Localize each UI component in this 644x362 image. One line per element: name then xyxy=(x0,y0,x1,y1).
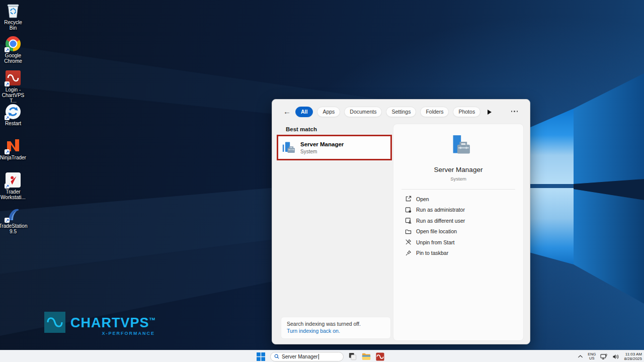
ninjatrader-icon xyxy=(5,138,21,154)
desktop-icon-ninjatrader[interactable]: NinjaTrader xyxy=(0,138,26,160)
brand-tagline: X-PERFORMANCE xyxy=(70,331,155,336)
tab-settings[interactable]: Settings xyxy=(386,107,416,117)
windows-logo-icon xyxy=(257,352,265,361)
shortcut-arrow-icon xyxy=(5,81,10,86)
action-run-as-administrator[interactable]: Run as administrator xyxy=(393,205,523,216)
desktop-icon-login-chartvps[interactable]: Login -ChartVPS T... xyxy=(0,70,26,104)
indexing-notice-text: Search indexing was turned off. xyxy=(287,321,390,327)
chartvps-wave-icon xyxy=(5,70,21,86)
date: 8/28/2025 xyxy=(624,356,642,361)
clock[interactable]: 11:03 AM 8/28/2025 xyxy=(624,352,642,361)
file-explorer-icon xyxy=(362,352,371,360)
preview-divider xyxy=(401,189,515,190)
brand-name: CHARTVPSTM xyxy=(70,312,155,330)
taskbar-search-input[interactable]: Server Manager xyxy=(270,352,344,361)
search-input-value: Server Manager xyxy=(282,354,318,359)
chartvps-wave-icon xyxy=(376,352,384,361)
shortcut-arrow-icon xyxy=(5,115,10,120)
shortcut-arrow-icon xyxy=(5,149,10,154)
preview-title: Server Manager xyxy=(393,166,523,173)
search-filter-tabs: All Apps Documents Settings Folders Phot… xyxy=(295,107,492,117)
task-view-icon xyxy=(349,352,357,360)
best-match-subtitle: System xyxy=(300,149,344,154)
folder-icon xyxy=(405,228,412,235)
tray-chevron-up-icon[interactable] xyxy=(578,354,583,358)
windows-search-panel: ← All Apps Documents Settings Folders Ph… xyxy=(272,99,530,344)
chrome-icon xyxy=(5,36,21,52)
tab-photos[interactable]: Photos xyxy=(453,107,480,117)
run-as-different-user-icon xyxy=(405,217,412,224)
more-options-icon[interactable] xyxy=(511,111,518,112)
tab-all[interactable]: All xyxy=(295,107,313,117)
text-cursor xyxy=(318,354,319,359)
chartvps-app-button[interactable] xyxy=(376,351,384,361)
chartvps-logo-icon xyxy=(44,312,65,333)
task-view-button[interactable] xyxy=(349,351,357,361)
file-explorer-button[interactable] xyxy=(362,351,371,361)
taskbar: Server Manager ENG xyxy=(0,350,644,362)
restart-icon xyxy=(5,104,21,120)
more-tabs-icon[interactable] xyxy=(488,110,492,115)
recycle-bin-icon xyxy=(5,3,21,19)
trader-workstation-icon xyxy=(5,172,21,188)
time: 11:03 AM xyxy=(624,352,642,357)
best-match-annotation-box: Server Manager System xyxy=(277,135,392,160)
network-icon[interactable] xyxy=(600,353,608,360)
start-button[interactable] xyxy=(257,351,265,361)
action-pin-to-taskbar[interactable]: Pin to taskbar xyxy=(393,248,523,259)
desktop-icon-trader-workstation[interactable]: TraderWorkstati... xyxy=(0,172,26,200)
desktop-icon-tradestation[interactable]: TradeStation9.5 xyxy=(0,206,26,234)
shortcut-arrow-icon xyxy=(5,218,10,223)
server-manager-icon-large xyxy=(446,134,471,159)
volume-icon[interactable] xyxy=(612,353,619,360)
pin-icon xyxy=(405,249,412,256)
action-open[interactable]: Open xyxy=(393,194,523,205)
tab-apps[interactable]: Apps xyxy=(317,107,340,117)
search-icon xyxy=(274,354,279,359)
shortcut-arrow-icon xyxy=(5,184,10,189)
desktop-icon-recycle-bin[interactable]: Recycle Bin xyxy=(0,3,26,31)
indexing-notice: Search indexing was turned off. Turn ind… xyxy=(281,317,391,339)
best-match-title: Server Manager xyxy=(300,141,344,148)
server-manager-icon xyxy=(282,141,296,154)
open-icon xyxy=(405,196,412,203)
back-icon[interactable]: ← xyxy=(283,108,291,115)
action-run-as-different-user[interactable]: Run as different user xyxy=(393,215,523,226)
shortcut-arrow-icon xyxy=(5,47,10,52)
desktop-icon-restart[interactable]: Restart xyxy=(0,104,26,126)
language-indicator[interactable]: ENG US xyxy=(588,352,596,360)
run-as-administrator-icon xyxy=(405,206,412,213)
action-open-file-location[interactable]: Open file location xyxy=(393,226,523,237)
unpin-icon xyxy=(405,239,412,246)
indexing-notice-link[interactable]: Turn indexing back on. xyxy=(287,328,390,334)
desktop-icon-google-chrome[interactable]: GoogleChrome xyxy=(0,36,26,64)
tradestation-icon xyxy=(5,206,21,222)
tab-folders[interactable]: Folders xyxy=(420,107,449,117)
result-preview-pane: Server Manager System Open Run as admini… xyxy=(393,124,524,341)
tab-documents[interactable]: Documents xyxy=(344,107,382,117)
best-match-result[interactable]: Server Manager System xyxy=(282,141,344,154)
chartvps-watermark: CHARTVPSTM X-PERFORMANCE xyxy=(44,312,155,336)
best-match-heading: Best match xyxy=(286,126,317,132)
action-unpin-from-start[interactable]: Unpin from Start xyxy=(393,237,523,248)
preview-subtitle: System xyxy=(393,176,523,182)
